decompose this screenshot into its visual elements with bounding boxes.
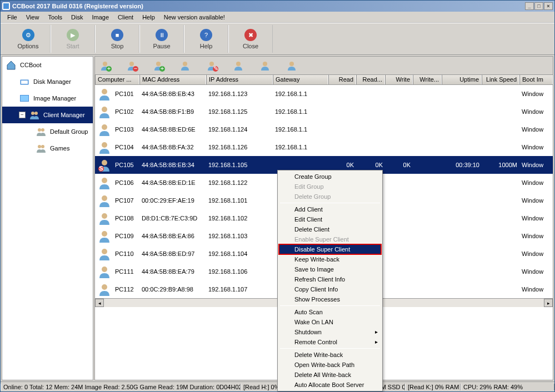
close-button[interactable]: ✖Close	[228, 25, 273, 53]
add-group-icon[interactable]: +	[153, 59, 165, 72]
menu-image[interactable]: Image	[87, 13, 113, 22]
ctx-wake-on-lan[interactable]: Wake On LAN	[279, 317, 381, 327]
help-button[interactable]: ?Help	[184, 25, 228, 53]
user-icon	[95, 264, 113, 279]
client-action-icon[interactable]	[259, 59, 272, 72]
cell-name: PC103	[113, 126, 139, 133]
ctx-shutdown[interactable]: Shutdown▸	[279, 327, 381, 337]
menu-new-version-available-[interactable]: New version available!	[159, 13, 229, 22]
minimize-button[interactable]: _	[525, 2, 534, 10]
options-button[interactable]: ⚙Options	[6, 25, 51, 53]
ctx-create-group[interactable]: Create Group	[279, 172, 381, 182]
column-mac[interactable]: MAC Address	[139, 75, 206, 84]
column-name[interactable]: Computer ...	[95, 75, 139, 84]
cell-gateway: 192.168.1.1	[273, 144, 328, 150]
help-icon: ?	[199, 28, 213, 42]
maximize-button[interactable]: □	[534, 2, 543, 10]
ctx-add-client[interactable]: Add Client	[279, 204, 381, 214]
cell-mac: 44:8A:5B:8B:EA:79	[139, 268, 206, 275]
column-gw[interactable]: Gateway	[273, 75, 328, 84]
refresh-client-icon[interactable]	[233, 59, 245, 72]
nav-client[interactable]: −Client Manager	[2, 107, 93, 123]
scroll-right-arrow[interactable]: ▸	[544, 299, 553, 307]
add-client-icon[interactable]: +	[99, 59, 112, 72]
table-row[interactable]: PC10244:8A:5B:8B:F1:B9192.168.1.125192.1…	[95, 103, 553, 120]
column-bi[interactable]: Boot Im	[519, 75, 553, 84]
ctx-open-write-back-path[interactable]: Open Write-back Path	[279, 360, 381, 370]
cell-mac: 44:8A:5B:8B:ED:1E	[139, 179, 206, 186]
cell-mac: 00:0C:29:EF:AE:19	[139, 197, 206, 204]
disk-icon	[19, 76, 30, 87]
column-rds[interactable]: Read...	[356, 75, 385, 84]
ctx-show-processes[interactable]: Show Processes	[279, 294, 381, 304]
nav-games[interactable]: Games	[2, 140, 93, 157]
svg-point-32	[183, 62, 187, 66]
cell-boot-image: Window	[519, 126, 553, 133]
menu-disk[interactable]: Disk	[67, 13, 87, 22]
ctx-copy-client-info[interactable]: Copy Client Info	[279, 284, 381, 294]
column-rd[interactable]: Read	[328, 75, 356, 84]
cell-name: PC108	[113, 215, 139, 222]
ctx-keep-write-back[interactable]: Keep Write-back	[279, 254, 381, 264]
status-cpu: CPU: 29% RAM: 49%	[461, 384, 554, 390]
group-icon	[36, 126, 47, 137]
column-ls[interactable]: Link Speed	[482, 75, 519, 84]
ctx-save-to-image[interactable]: Save to Image	[279, 264, 381, 274]
ctx-delete-write-back[interactable]: Delete Write-back	[279, 350, 381, 360]
table-row[interactable]: PC10344:8A:5B:8B:ED:6E192.168.1.124192.1…	[95, 120, 553, 138]
svg-point-39	[102, 89, 107, 94]
svg-point-38	[289, 62, 294, 66]
user-icon	[95, 122, 113, 137]
menu-client[interactable]: Client	[113, 13, 138, 22]
ctx-remote-control[interactable]: Remote Control▸	[279, 337, 381, 347]
svg-point-21	[38, 145, 41, 148]
edit-client-icon[interactable]: ✎	[206, 59, 218, 72]
cell-boot-image: Window	[519, 268, 553, 275]
nav-image[interactable]: Image Manager	[2, 90, 93, 107]
cell-boot-image: Window	[519, 91, 553, 97]
column-ip[interactable]: IP Address	[206, 75, 273, 84]
status-read-k: [Read K:] 0% RAM	[405, 384, 461, 390]
ctx-edit-group: Edit Group	[279, 182, 381, 192]
main-toolbar: ⚙Options▶Start■Stop⏸Pause?Help✖Close	[1, 23, 554, 55]
nav-label: Disk Manager	[33, 78, 71, 85]
remove-client-icon[interactable]: −	[126, 59, 138, 72]
ctx-refresh-client-info[interactable]: Refresh Client Info	[279, 274, 381, 284]
close-button[interactable]: ×	[544, 2, 553, 10]
pause-button[interactable]: ⏸Pause	[139, 25, 184, 53]
nav-label: Image Manager	[33, 95, 76, 102]
cell-boot-image: Window	[519, 286, 553, 293]
menu-view[interactable]: View	[22, 13, 44, 22]
home-icon	[6, 59, 17, 71]
column-wrs[interactable]: Write...	[413, 75, 442, 84]
ctx-auto-allocate-boot-server[interactable]: Auto Allocate Boot Server	[279, 380, 381, 390]
cell-read-speed: 0K	[356, 162, 385, 168]
column-up[interactable]: Uptime	[442, 75, 482, 84]
ctx-disable-super-client[interactable]: Disable Super Client	[279, 244, 381, 254]
nav-default[interactable]: Default Group	[2, 123, 93, 140]
nav-ccboot[interactable]: CCBoot	[2, 57, 93, 73]
nav-disk[interactable]: Disk Manager	[2, 73, 93, 90]
client-extra-icon[interactable]	[286, 59, 298, 72]
expand-icon[interactable]: −	[19, 112, 26, 118]
ctx-auto-scan[interactable]: Auto Scan	[279, 307, 381, 317]
svg-point-22	[41, 145, 44, 148]
scroll-left-arrow[interactable]: ◂	[95, 299, 104, 307]
app-window: CCBoot 2017 Build 0316 (Registered versi…	[0, 0, 555, 392]
ctx-delete-client[interactable]: Delete Client	[279, 224, 381, 234]
menu-file[interactable]: File	[3, 13, 22, 22]
ctx-edit-client[interactable]: Edit Client	[279, 214, 381, 224]
menu-help[interactable]: Help	[138, 13, 159, 22]
cell-mac: 44:8A:5B:8B:EB:43	[139, 91, 206, 97]
table-row[interactable]: PC10444:8A:5B:8B:FA:32192.168.1.126192.1…	[95, 138, 553, 156]
menu-tools[interactable]: Tools	[43, 13, 67, 22]
svg-point-41	[102, 124, 107, 130]
column-wr[interactable]: Write	[385, 75, 413, 84]
submenu-arrow-icon: ▸	[375, 329, 378, 335]
stop-button[interactable]: ■Stop	[95, 25, 139, 53]
svg-point-49	[102, 231, 107, 237]
ctx-delete-all-write-back[interactable]: Delete All Write-back	[279, 370, 381, 380]
group-settings-icon[interactable]	[179, 59, 192, 72]
svg-point-20	[41, 128, 44, 132]
table-row[interactable]: PC10144:8A:5B:8B:EB:43192.168.1.123192.1…	[95, 85, 553, 103]
